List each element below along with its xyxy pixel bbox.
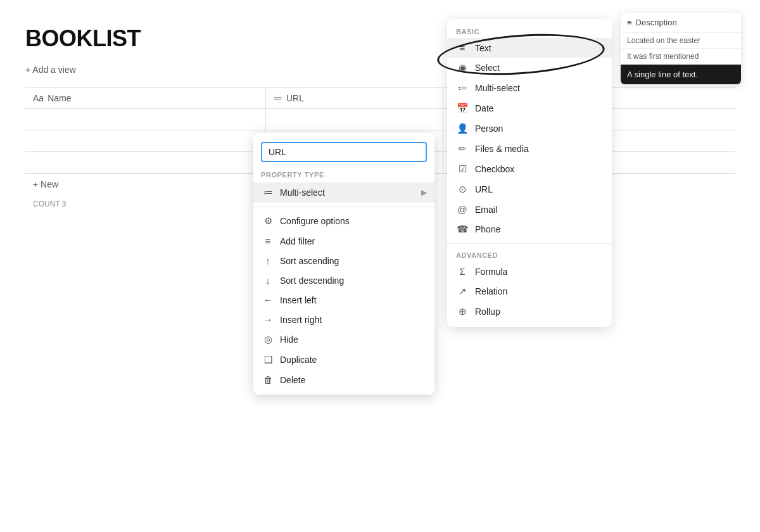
insert-left-icon: ← — [262, 294, 274, 305]
type-url[interactable]: ⊙ URL — [447, 179, 612, 200]
tooltip-row-1: Located on the easter — [621, 33, 741, 49]
col-name-icon: Aa — [33, 93, 44, 103]
duplicate-item[interactable]: ❑ Duplicate — [253, 350, 434, 370]
row-name-cell[interactable] — [25, 109, 266, 130]
col-url-label: URL — [286, 93, 304, 103]
files-type-label: Files & media — [475, 144, 529, 154]
multi-select-type-icon: ≔ — [456, 82, 469, 94]
configure-options-label: Configure options — [280, 216, 350, 226]
row-name-cell[interactable] — [25, 152, 266, 173]
formula-type-icon: Σ — [456, 266, 469, 277]
multiselect-icon: ≔ — [262, 187, 274, 198]
new-row-label: + New — [33, 179, 58, 189]
sort-desc-icon: ↓ — [262, 275, 274, 286]
formula-type-label: Formula — [475, 267, 507, 277]
property-type-multiselect[interactable]: ≔ Multi-select ▶ — [253, 182, 434, 203]
basic-section-label: BASIC — [447, 24, 612, 38]
select-type-label: Select — [475, 63, 500, 73]
sort-asc-icon: ↑ — [262, 255, 274, 266]
person-type-label: Person — [475, 124, 503, 134]
files-type-icon: ✏ — [456, 143, 469, 155]
email-type-icon: @ — [456, 204, 469, 215]
sort-ascending-item[interactable]: ↑ Sort ascending — [253, 251, 434, 270]
type-picker: BASIC ≡ Text ◉ Select ≔ Multi-select 📅 D… — [447, 19, 612, 327]
table-header: Aa Name ≔ URL — [25, 87, 735, 109]
col-name-label: Name — [48, 93, 71, 103]
sort-descending-label: Sort descending — [280, 276, 344, 286]
multiselect-label: Multi-select — [280, 187, 325, 198]
column-name-input[interactable] — [261, 142, 427, 162]
tooltip-header: ≡ Description — [621, 13, 741, 33]
type-email[interactable]: @ Email — [447, 200, 612, 219]
count-label: COUNT 3 — [33, 200, 66, 208]
insert-right-item[interactable]: → Insert right — [253, 310, 434, 329]
divider — [253, 206, 434, 207]
text-type-label: Text — [475, 43, 491, 53]
table-row — [25, 109, 735, 130]
tooltip-card: ≡ Description Located on the easter It w… — [621, 13, 741, 84]
context-menu: PROPERTY TYPE ≔ Multi-select ▶ ⚙ Configu… — [253, 133, 434, 395]
type-checkbox[interactable]: ☑ Checkbox — [447, 159, 612, 179]
select-type-icon: ◉ — [456, 62, 469, 73]
url-type-label: URL — [475, 184, 493, 194]
add-view-label: + Add a view — [25, 65, 76, 75]
checkbox-type-icon: ☑ — [456, 163, 469, 175]
type-multi-select[interactable]: ≔ Multi-select — [447, 78, 612, 98]
hide-item[interactable]: ◎ Hide — [253, 329, 434, 350]
configure-options-item[interactable]: ⚙ Configure options — [253, 211, 434, 231]
text-type-icon: ≡ — [456, 42, 469, 53]
checkbox-type-label: Checkbox — [475, 164, 514, 174]
sort-descending-item[interactable]: ↓ Sort descending — [253, 270, 434, 290]
type-date[interactable]: 📅 Date — [447, 98, 612, 118]
add-filter-label: Add filter — [280, 236, 315, 246]
relation-type-label: Relation — [475, 286, 507, 296]
delete-icon: 🗑 — [262, 374, 274, 385]
phone-type-label: Phone — [475, 224, 500, 234]
insert-left-item[interactable]: ← Insert left — [253, 290, 434, 310]
context-menu-input-wrapper — [253, 138, 434, 168]
type-select[interactable]: ◉ Select — [447, 58, 612, 78]
person-type-icon: 👤 — [456, 123, 469, 134]
date-type-icon: 📅 — [456, 103, 469, 114]
tooltip-bubble: ≡ Description Located on the easter It w… — [621, 13, 741, 84]
delete-item[interactable]: 🗑 Delete — [253, 370, 434, 390]
tooltip-header-label: Description — [636, 18, 677, 27]
type-divider — [447, 243, 612, 244]
advanced-section-label: ADVANCED — [447, 248, 612, 262]
col-url-header[interactable]: ≔ URL — [266, 88, 443, 108]
sort-ascending-label: Sort ascending — [280, 256, 339, 266]
type-formula[interactable]: Σ Formula — [447, 262, 612, 281]
rollup-type-label: Rollup — [475, 307, 500, 317]
arrow-right-icon: ▶ — [421, 188, 427, 197]
duplicate-label: Duplicate — [280, 355, 317, 365]
row-url-cell[interactable] — [266, 109, 443, 130]
filter-icon: ≡ — [262, 236, 274, 246]
multi-select-type-label: Multi-select — [475, 83, 520, 93]
type-rollup[interactable]: ⊕ Rollup — [447, 301, 612, 322]
url-type-icon: ⊙ — [456, 184, 469, 195]
property-type-label: PROPERTY TYPE — [253, 168, 434, 182]
phone-type-icon: ☎ — [456, 224, 469, 235]
tooltip-description: A single line of text. — [621, 65, 741, 84]
col-name-header[interactable]: Aa Name — [25, 88, 266, 108]
insert-left-label: Insert left — [280, 295, 317, 305]
date-type-label: Date — [475, 103, 494, 113]
add-filter-item[interactable]: ≡ Add filter — [253, 231, 434, 251]
hide-icon: ◎ — [262, 334, 274, 345]
type-text[interactable]: ≡ Text — [447, 38, 612, 58]
insert-right-label: Insert right — [280, 315, 322, 325]
col-url-icon: ≔ — [274, 93, 282, 103]
delete-label: Delete — [280, 375, 305, 385]
tooltip-header-icon: ≡ — [627, 18, 632, 27]
type-person[interactable]: 👤 Person — [447, 118, 612, 139]
type-files-media[interactable]: ✏ Files & media — [447, 139, 612, 159]
type-phone[interactable]: ☎ Phone — [447, 219, 612, 239]
rollup-type-icon: ⊕ — [456, 306, 469, 317]
email-type-label: Email — [475, 205, 497, 215]
row-name-cell[interactable] — [25, 130, 266, 151]
hide-label: Hide — [280, 334, 298, 345]
insert-right-icon: → — [262, 314, 274, 325]
type-relation[interactable]: ↗ Relation — [447, 281, 612, 301]
gear-icon: ⚙ — [262, 215, 274, 227]
relation-type-icon: ↗ — [456, 286, 469, 297]
